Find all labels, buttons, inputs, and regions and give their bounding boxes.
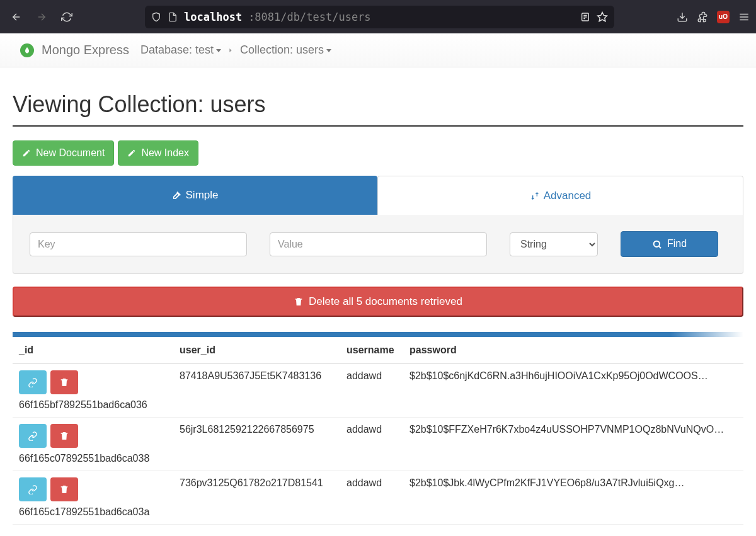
search-key-input[interactable]	[30, 232, 247, 256]
document-icon	[168, 12, 178, 22]
row-id: 66f165c17892551bad6ca03a	[19, 506, 167, 518]
toolbar: New Document New Index	[13, 140, 743, 166]
forward-button[interactable]	[32, 7, 52, 27]
new-document-button[interactable]: New Document	[13, 140, 114, 166]
table-top-border	[13, 332, 743, 337]
row-delete-button[interactable]	[50, 477, 78, 501]
browser-chrome: localhost:8081/db/test/users uO	[0, 0, 756, 33]
shield-icon	[151, 12, 161, 22]
row-username: addawd	[340, 470, 403, 524]
row-id: 66f165bf7892551bad6ca036	[19, 399, 167, 411]
svg-point-8	[654, 241, 660, 246]
page-title: Viewing Collection: users	[13, 91, 743, 118]
delete-all-button[interactable]: Delete all 5 documents retrieved	[13, 287, 743, 317]
table-wrap: _id user_id username password 66f165bf78…	[13, 332, 743, 525]
row-link-button[interactable]	[19, 424, 47, 448]
search-tabs: Simple Advanced	[13, 176, 743, 215]
col-header-password[interactable]: password	[403, 337, 743, 364]
reload-button[interactable]	[57, 7, 77, 27]
extensions-icon[interactable]	[697, 11, 708, 23]
documents-table: _id user_id username password 66f165bf78…	[13, 337, 743, 525]
table-row[interactable]: 66f165bf7892551bad6ca03687418A9U5367J5Et…	[13, 363, 743, 417]
chevron-right-icon	[227, 46, 234, 55]
row-username: addawd	[340, 417, 403, 470]
search-value-input[interactable]	[270, 232, 487, 256]
col-header-user-id[interactable]: user_id	[173, 337, 340, 364]
url-host: localhost	[184, 11, 242, 23]
svg-line-9	[659, 246, 661, 248]
bookmark-icon[interactable]	[597, 11, 608, 23]
col-header-id[interactable]: _id	[13, 337, 173, 364]
table-header-row: _id user_id username password	[13, 337, 743, 364]
row-delete-button[interactable]	[50, 424, 78, 448]
row-user-id: 736pv3125Q61782o217D81541	[173, 470, 340, 524]
row-password: $2b$10$FFZXeH7r6K7xbo4z4uUSSOHP7VNMP1OQz…	[410, 424, 737, 435]
row-password: $2b$10$Jbk.4lWyCPfm2KfFJ1VYEO6p8/u3A7tRJ…	[410, 477, 737, 489]
svg-marker-4	[598, 12, 607, 21]
brand-text: Mongo Express	[42, 43, 129, 57]
row-id: 66f165c07892551bad6ca038	[19, 453, 167, 464]
breadcrumb: Database: test Collection: users	[140, 43, 331, 57]
new-index-button[interactable]: New Index	[118, 140, 198, 166]
col-header-username[interactable]: username	[340, 337, 403, 364]
crumb-collection[interactable]: Collection: users	[240, 43, 331, 57]
table-row[interactable]: 66f165c07892551bad6ca03856jr3L6812592122…	[13, 417, 743, 470]
tab-advanced[interactable]: Advanced	[377, 176, 743, 215]
app-navbar: Mongo Express Database: test Collection:…	[0, 33, 756, 67]
ublock-icon[interactable]: uO	[717, 11, 730, 23]
reader-icon[interactable]	[580, 12, 590, 22]
page-content: Viewing Collection: users New Document N…	[0, 67, 756, 536]
back-button[interactable]	[6, 7, 26, 27]
leaf-icon	[20, 43, 34, 57]
row-user-id: 87418A9U5367J5Et5K7483136	[173, 363, 340, 417]
row-password: $2b$10$c6njKdC6RN.a3Hh6ujHIOOiVA1CxKp95O…	[410, 370, 737, 382]
find-button[interactable]: Find	[621, 231, 718, 256]
menu-icon[interactable]	[738, 11, 750, 23]
tab-simple[interactable]: Simple	[13, 176, 377, 215]
row-user-id: 56jr3L6812592122667856975	[173, 417, 340, 470]
search-panel: String Find	[13, 215, 743, 273]
url-bar[interactable]: localhost:8081/db/test/users	[145, 6, 614, 28]
url-path: :8081/db/test/users	[248, 11, 370, 23]
brand[interactable]: Mongo Express	[20, 43, 129, 57]
title-rule	[13, 125, 743, 127]
crumb-database[interactable]: Database: test	[140, 43, 221, 57]
browser-right-icons: uO	[677, 11, 750, 23]
downloads-icon[interactable]	[677, 11, 688, 23]
table-row[interactable]: 66f165c17892551bad6ca03a736pv3125Q61782o…	[13, 470, 743, 524]
search-type-select[interactable]: String	[510, 232, 598, 256]
row-link-button[interactable]	[19, 477, 47, 501]
row-delete-button[interactable]	[50, 370, 78, 394]
row-link-button[interactable]	[19, 370, 47, 394]
row-username: addawd	[340, 363, 403, 417]
